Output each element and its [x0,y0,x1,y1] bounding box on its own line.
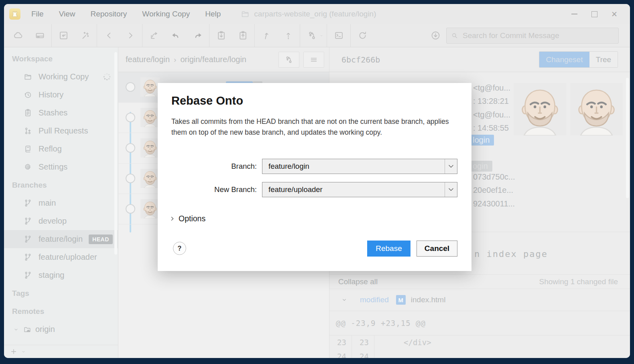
hamburger-icon [309,55,319,65]
commit-graph-node [126,82,135,92]
menu-repository[interactable]: Repository [83,4,134,24]
undo-button[interactable] [165,24,187,47]
sidebar-item-branch-main[interactable]: main [4,194,118,212]
stash-save-button[interactable] [210,24,232,47]
sidebar-item-label: Working Copy [39,72,89,81]
section-remotes: Remotes [4,302,118,320]
compare-icon [284,55,294,65]
rebase-button-toolbar[interactable] [277,24,299,47]
maximize-button[interactable] [584,4,604,24]
new-line-number: 24 [352,350,374,358]
options-expander[interactable]: Options [170,214,205,223]
sidebar: Workspace Working Copy History Stashes P… [4,47,118,358]
new-branch-label: New Branch: [171,182,257,198]
collapse-all-button[interactable]: Collapse all [338,277,378,286]
dropdown-button[interactable] [445,159,457,174]
sidebar-item-label: Pull Requests [39,126,88,135]
sidebar-item-label: Reflog [39,144,62,154]
author-email: <tg@fou... [473,83,510,93]
changed-files-summary: Showing 1 changed file [539,277,618,286]
tab-tree[interactable]: Tree [589,52,618,67]
redo-button[interactable] [187,24,208,47]
sidebar-item-settings[interactable]: Settings [4,158,118,176]
sidebar-item-pull-requests[interactable]: Pull Requests [4,122,118,140]
refresh-button[interactable] [352,24,373,47]
search-input[interactable] [462,31,614,40]
parent-hash: 20e0ef1e... [473,186,513,195]
terminal-icon [333,30,344,41]
menu-help[interactable]: Help [197,4,228,24]
sidebar-item-branch-staging[interactable]: staging [4,266,118,284]
search-box[interactable] [446,28,619,44]
details-scrollbar[interactable] [626,78,629,198]
sidebar-item-history[interactable]: History [4,86,118,104]
local-repositories-button[interactable] [29,24,51,47]
branch-icon [23,216,33,226]
branch-icon [23,271,33,280]
quick-actions-button[interactable] [74,24,96,47]
changed-files-bar: Collapse all Showing 1 changed file [329,274,630,289]
cloud-services-button[interactable] [7,24,29,47]
compare-branches-button[interactable] [278,52,299,68]
dashed-arrow-icon [283,30,294,41]
sidebar-scrollbar[interactable] [114,52,117,255]
new-branch-select[interactable]: feature/uploader [262,182,457,197]
diff-row: 24 24 [329,350,630,358]
minimize-button[interactable] [564,4,584,24]
rebase-button[interactable]: Rebase [367,241,410,257]
sidebar-item-label: Stashes [39,108,67,117]
history-clock-icon [23,90,33,99]
menu-file[interactable]: File [24,4,51,24]
close-button[interactable]: ✕ [604,4,624,24]
sidebar-item-reflog[interactable]: Reflog [4,140,118,158]
tab-changeset[interactable]: Changeset [539,52,589,67]
fetch-button[interactable] [425,24,446,47]
author-time: : 13:28:21 [473,97,509,106]
sidebar-item-label: develop [39,216,67,226]
clipboard-up-icon [238,30,248,41]
titlebar: File View Repository Working Copy Help c… [4,4,630,24]
chevron-down-icon[interactable] [21,349,26,354]
forward-button[interactable] [120,24,141,47]
open-repository-button[interactable] [53,24,74,47]
file-row[interactable]: modified M index.html [329,289,630,311]
chevron-down-icon [341,296,348,303]
stash-apply-button[interactable] [232,24,254,47]
cloud-icon [13,30,24,41]
branch-badge: login [468,135,494,146]
menu-working-copy[interactable]: Working Copy [134,4,197,24]
gear-icon [23,162,33,172]
folder-icon [23,72,33,81]
back-button[interactable] [98,24,120,47]
help-button[interactable]: ? [173,242,186,255]
dropdown-button[interactable] [445,182,457,197]
book-icon [23,144,33,154]
branch-select[interactable]: feature/login [262,159,457,174]
terminal-button[interactable] [328,24,350,47]
sidebar-item-branch-feature-uploader[interactable]: feature/uploader [4,248,118,266]
sidebar-item-working-copy[interactable]: Working Copy [4,68,118,86]
checkout-button[interactable] [143,24,165,47]
merge-button[interactable] [256,24,277,47]
sidebar-item-label: Settings [39,162,67,172]
download-circle-icon [430,30,441,41]
sidebar-item-label: main [39,198,56,208]
chevron-right-icon [170,216,175,221]
commit-hash: 6bcf266b [341,55,380,65]
menu-view[interactable]: View [51,4,83,24]
repository-icon [58,30,69,41]
committer-email: <tg@fou... [473,110,510,119]
diff-table: 23 23 </div> 24 24 [329,335,630,358]
cancel-button[interactable]: Cancel [417,241,457,257]
sidebar-item-branch-feature-login[interactable]: feature/login HEAD [4,230,118,248]
toolbar [4,24,630,47]
sidebar-item-stashes[interactable]: Stashes [4,104,118,122]
app-icon [9,8,20,20]
details-header: 6bcf266b Changeset Tree [329,47,630,72]
branch-icon [23,235,33,244]
plus-icon[interactable] [10,348,18,356]
old-line-number: 23 [329,336,352,350]
list-options-button[interactable] [303,52,324,68]
sidebar-item-remote-origin[interactable]: origin [4,320,118,338]
sidebar-item-branch-develop[interactable]: develop [4,212,118,230]
